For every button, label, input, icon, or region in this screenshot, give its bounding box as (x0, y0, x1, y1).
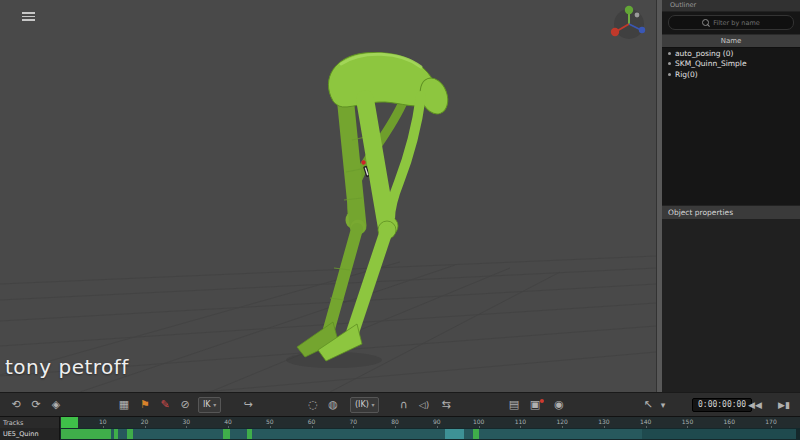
timeline-segment[interactable] (61, 429, 111, 439)
outliner-item-label: SKM_Quinn_Simple (675, 59, 747, 68)
search-icon (702, 19, 709, 26)
frame-number: 60 (308, 418, 316, 425)
cycle-icon[interactable]: ⟳ (28, 393, 44, 417)
cursor-tool-icon[interactable]: ↖ (640, 393, 656, 417)
frame-number: 130 (598, 418, 609, 425)
skip-end-button[interactable]: ▶▮ (773, 393, 795, 417)
frame-number: 160 (724, 418, 735, 425)
graph-icon[interactable]: ▦ (116, 393, 132, 417)
ik-interpolation-button[interactable]: (IK) ▾ (350, 397, 379, 413)
item-bullet-icon (668, 73, 671, 76)
filter-search-box[interactable]: Filter by name (668, 15, 794, 30)
frame-number: 170 (765, 418, 776, 425)
gizmo-y-axis[interactable] (625, 6, 633, 14)
viewport-menu-icon[interactable] (22, 10, 35, 23)
timeline-segment[interactable] (473, 429, 479, 439)
frame-number: 80 (391, 418, 399, 425)
watermark-text: tony petroff (5, 355, 129, 379)
frame-number: 30 (182, 418, 190, 425)
redo-arrow-icon[interactable]: ↪ (240, 393, 256, 417)
outliner-item[interactable]: auto_posing (0) (662, 48, 800, 59)
timeline-segment[interactable] (114, 429, 118, 439)
clapper-icon[interactable]: ▤ (506, 393, 522, 417)
outliner-list: auto_posing (0)SKM_Quinn_SimpleRig(0) (662, 48, 800, 205)
outliner-item[interactable]: SKM_Quinn_Simple (662, 59, 800, 70)
outliner-item-label: auto_posing (0) (675, 49, 734, 58)
outliner-item-label: Rig(0) (675, 70, 698, 79)
item-bullet-icon (668, 52, 671, 55)
outliner-item[interactable]: Rig(0) (662, 69, 800, 80)
ik-mode-label: IK (203, 400, 211, 409)
ik-mode-button[interactable]: IK ▾ (198, 397, 221, 413)
character-model[interactable] (286, 52, 453, 368)
frame-number: 100 (473, 418, 484, 425)
main-toolbar: ⟲ ⟳ ◈ ▦ ⚑ ✎ ⊘ IK ▾ ↪ ◌ ◍ (IK) ▾ ∩ ◁) ⇆ ▤… (0, 392, 800, 417)
item-bullet-icon (668, 62, 671, 65)
timeline-segment[interactable] (223, 429, 230, 439)
timeline-segment[interactable] (247, 429, 252, 439)
gizmo-x-axis[interactable] (611, 28, 619, 36)
timeline: Tracks 102030405060708090100110120130140… (0, 416, 800, 440)
skip-start-button[interactable]: ◀◀ (744, 393, 766, 417)
record-dot-icon (540, 399, 544, 403)
autokey-icon[interactable]: ◈ (48, 393, 64, 417)
disable-icon[interactable]: ⊘ (177, 393, 193, 417)
chevron-down-icon[interactable]: ▾ (658, 393, 668, 417)
viewport-3d[interactable]: tony petroff (0, 0, 656, 392)
timeline-segment[interactable] (642, 429, 797, 439)
timeline-segment[interactable] (445, 429, 464, 439)
frame-number: 150 (682, 418, 693, 425)
frame-number: 40 (224, 418, 232, 425)
frame-number: 90 (433, 418, 441, 425)
frame-number: 20 (141, 418, 149, 425)
reset-view-icon[interactable]: ⟲ (8, 393, 24, 417)
frame-number: 120 (556, 418, 567, 425)
ik-interpolation-label: (IK) (355, 400, 369, 409)
flag-icon[interactable]: ⚑ (137, 393, 153, 417)
camera-glyph: ▣ (530, 398, 540, 411)
outliner-panel: Outliner Filter by name Name auto_posing… (662, 0, 800, 392)
target-icon[interactable]: ◉ (551, 393, 567, 417)
filter-placeholder: Filter by name (713, 19, 760, 27)
gizmo-free-orbit[interactable] (635, 13, 640, 18)
chevron-down-icon: ▾ (213, 401, 216, 408)
frame-number: 50 (266, 418, 274, 425)
ghost-prev-icon[interactable]: ◌ (305, 393, 321, 417)
object-properties-body (662, 219, 800, 392)
pen-icon[interactable]: ✎ (157, 393, 173, 417)
name-column-header[interactable]: Name (662, 34, 800, 48)
timeline-segment[interactable] (127, 429, 133, 439)
headphones-icon[interactable]: ∩ (396, 393, 412, 417)
scene-canvas (0, 0, 656, 392)
view-gizmo[interactable] (603, 2, 655, 50)
timeline-track-row: UE5_Quinn (0, 428, 800, 440)
gizmo-z-axis[interactable] (639, 27, 645, 33)
outliner-tab[interactable]: Outliner (662, 0, 800, 12)
object-properties-header[interactable]: Object properties (662, 205, 800, 220)
ghost-next-icon[interactable]: ◍ (325, 393, 341, 417)
swap-icon[interactable]: ⇆ (438, 393, 454, 417)
frame-number: 140 (640, 418, 651, 425)
chevron-down-icon: ▾ (371, 401, 374, 408)
app-window: tony petroff Outliner Filter by name Nam… (0, 0, 800, 440)
timeline-track-ue5-quinn[interactable] (60, 428, 800, 440)
track-name-label[interactable]: UE5_Quinn (0, 428, 60, 440)
frame-number: 10 (99, 418, 107, 425)
camera-icon[interactable]: ▣ (527, 393, 543, 417)
speaker-icon[interactable]: ◁) (415, 393, 433, 417)
frame-number: 70 (350, 418, 358, 425)
frame-number: 110 (515, 418, 526, 425)
